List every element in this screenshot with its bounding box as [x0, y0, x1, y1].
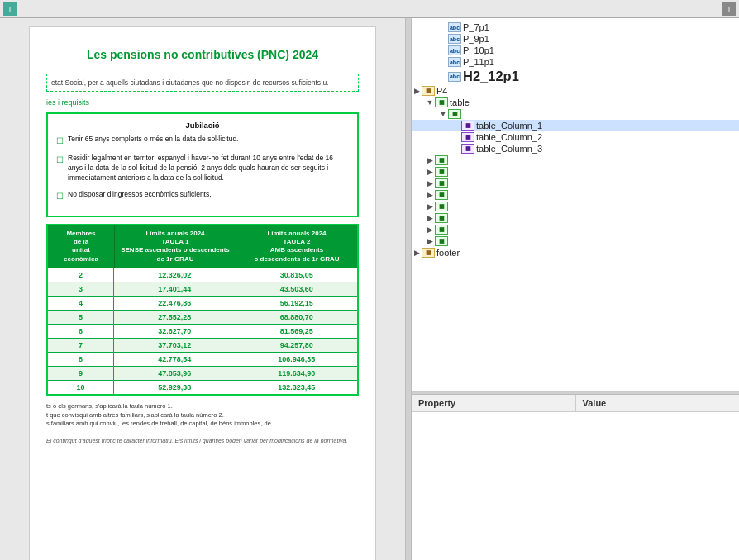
tree-node-tr_9[interactable]: ▶ ▦ — [412, 235, 739, 247]
document-scroll[interactable]: Les pensions no contributives (PNC) 2024… — [0, 18, 405, 560]
tree-toggle[interactable] — [451, 132, 461, 142]
conditions-title: Jubilació — [56, 121, 349, 130]
tree-icon-td: ▦ — [461, 144, 474, 154]
tree-toggle[interactable]: ▶ — [425, 202, 435, 211]
tree-icon-tr: ▦ — [448, 109, 461, 119]
props-col-value: Value — [576, 395, 740, 411]
tree-node-table_table[interactable]: ▼ ▦ table — [412, 97, 739, 108]
tree-node-div_p4[interactable]: ▶ ▦ P4 — [412, 85, 739, 97]
tree-node-tr_7[interactable]: ▶ ▦ — [412, 212, 739, 224]
tree-toggle[interactable]: ▶ — [425, 236, 435, 246]
tree-icon-tr: ▦ — [435, 213, 448, 223]
document-title: Les pensions no contributives (PNC) 2024 — [46, 48, 359, 61]
tree-label: table — [450, 97, 470, 107]
tree-toggle[interactable]: ▶ — [425, 190, 435, 200]
tree-node-p11p1[interactable]: abc P_11p1 — [412, 56, 739, 68]
tree-node-p10p1[interactable]: abc P_10p1 — [412, 45, 739, 56]
note-3: s familiars amb qui conviu, les rendes d… — [46, 420, 359, 429]
cell-num: 7 — [48, 339, 114, 352]
tree-node-h2_12p1[interactable]: abc H2_12p1 — [412, 68, 739, 85]
tree-node-tr_3[interactable]: ▶ ▦ — [412, 166, 739, 178]
cell-num: 10 — [48, 381, 114, 394]
tree-toggle[interactable] — [451, 121, 461, 131]
tree-toggle[interactable] — [438, 34, 448, 44]
title-bar: T T — [0, 0, 739, 18]
col-header-membres: Membresde launitateconòmica — [48, 225, 114, 268]
cell-val2: 81.569,25 — [236, 325, 358, 338]
props-col-property: Property — [412, 395, 576, 411]
props-body — [412, 412, 739, 560]
tree-node-tr_4[interactable]: ▶ ▦ — [412, 178, 739, 189]
tree-node-td_col3[interactable]: ▦ table_Column_3 — [412, 143, 739, 154]
cell-val1: 47.853,96 — [114, 367, 236, 380]
cell-val2: 119.634,90 — [236, 367, 358, 380]
doc-footer-note: El contingut d'aquest tríptic té caràcte… — [46, 434, 359, 444]
condition-item-1: ☐ Tenir 65 anys complerts o més en la da… — [56, 135, 349, 147]
tree-label: P_11p1 — [463, 57, 494, 67]
tree-toggle[interactable]: ▶ — [412, 86, 422, 96]
cell-val2: 30.815,05 — [236, 268, 358, 282]
tree-toggle[interactable]: ▼ — [438, 109, 448, 119]
table-row-5: 5 27.552,28 68.880,70 — [48, 310, 357, 324]
tree-node-th_col1[interactable]: ▦ table_Column_1 — [412, 120, 739, 131]
horizontal-splitter[interactable] — [405, 18, 412, 560]
check-icon-1: ☐ — [56, 135, 64, 147]
tree-node-td_col2[interactable]: ▦ table_Column_2 — [412, 131, 739, 143]
tree-toggle[interactable] — [438, 45, 448, 55]
tree-container: abc P_7p1 abc P_9p1 abc P_10p1 abc P_11p… — [412, 21, 739, 259]
condition-item-3: ☐ No disposar d'ingressos econòmics sufi… — [56, 190, 349, 202]
tree-icon-tr: ▦ — [435, 155, 448, 165]
tree-node-tr_5[interactable]: ▶ ▦ — [412, 189, 739, 201]
col-header-taula2: Límits anuals 2024TAULA 2AMB ascendentso… — [236, 225, 357, 268]
table-row-2: 2 12.326,02 30.815,05 — [48, 268, 357, 282]
tree-icon-tr: ▦ — [435, 225, 448, 235]
tree-icon-tr: ▦ — [435, 236, 448, 246]
check-icon-3: ☐ — [56, 191, 64, 202]
table-row-7: 7 37.703,12 94.257,80 — [48, 338, 357, 352]
tree-node-tr_6[interactable]: ▶ ▦ — [412, 201, 739, 212]
tree-node-tr_1[interactable]: ▼ ▦ — [412, 108, 739, 120]
tree-icon-abc: abc — [448, 57, 461, 67]
tree-toggle[interactable]: ▶ — [425, 155, 435, 165]
tree-icon-tr: ▦ — [435, 202, 448, 211]
tree-node-p9p1[interactable]: abc P_9p1 — [412, 33, 739, 45]
tree-icon-div: ▦ — [422, 248, 435, 258]
tree-toggle[interactable]: ▶ — [425, 213, 435, 223]
tree-toggle[interactable] — [451, 144, 461, 154]
app-icon: T — [3, 2, 17, 16]
cell-num: 9 — [48, 367, 114, 380]
tree-icon-td: ▦ — [461, 132, 474, 142]
tree-node-div_footer[interactable]: ▶ ▦ footer — [412, 247, 739, 259]
table-row-3: 3 17.401,44 43.503,60 — [48, 282, 357, 296]
tree-toggle[interactable]: ▶ — [425, 225, 435, 235]
cell-num: 5 — [48, 311, 114, 324]
tree-toggle[interactable] — [438, 72, 448, 82]
table-row-6: 6 32.627,70 81.569,25 — [48, 324, 357, 338]
tree-toggle[interactable]: ▶ — [425, 167, 435, 177]
section-header[interactable]: ies i requisits — [46, 98, 359, 107]
cell-val1: 27.552,28 — [114, 311, 236, 324]
tree-icon-abc: abc — [448, 22, 461, 32]
tree-label: table_Column_1 — [476, 121, 542, 131]
table-row-8: 8 42.778,54 106.946,35 — [48, 352, 357, 366]
tree-toggle[interactable]: ▶ — [412, 248, 422, 258]
tree-toggle[interactable] — [438, 22, 448, 32]
condition-text-2: Residir legalment en territori espanyol … — [68, 154, 349, 183]
cell-val1: 22.476,86 — [114, 297, 236, 310]
app-window: T T Les pensions no contributives (PNC) … — [0, 0, 739, 560]
cell-val1: 37.703,12 — [114, 339, 236, 352]
tree-toggle[interactable] — [438, 57, 448, 67]
tree-node-p7p1[interactable]: abc P_7p1 — [412, 21, 739, 33]
cell-val2: 94.257,80 — [236, 339, 358, 352]
tree-toggle[interactable]: ▼ — [425, 97, 435, 107]
tree-node-tr_2[interactable]: ▶ ▦ — [412, 154, 739, 166]
tree-toggle[interactable]: ▶ — [425, 178, 435, 188]
tree-node-tr_8[interactable]: ▶ ▦ — [412, 224, 739, 235]
cell-num: 3 — [48, 282, 114, 296]
tree-icon-tr: ▦ — [435, 167, 448, 177]
close-icon[interactable]: T — [722, 2, 736, 16]
cell-num: 8 — [48, 353, 114, 366]
condition-text-1: Tenir 65 anys complerts o més en la data… — [68, 135, 238, 147]
tree-area[interactable]: abc P_7p1 abc P_9p1 abc P_10p1 abc P_11p… — [412, 18, 739, 392]
main-content: Les pensions no contributives (PNC) 2024… — [0, 18, 739, 560]
